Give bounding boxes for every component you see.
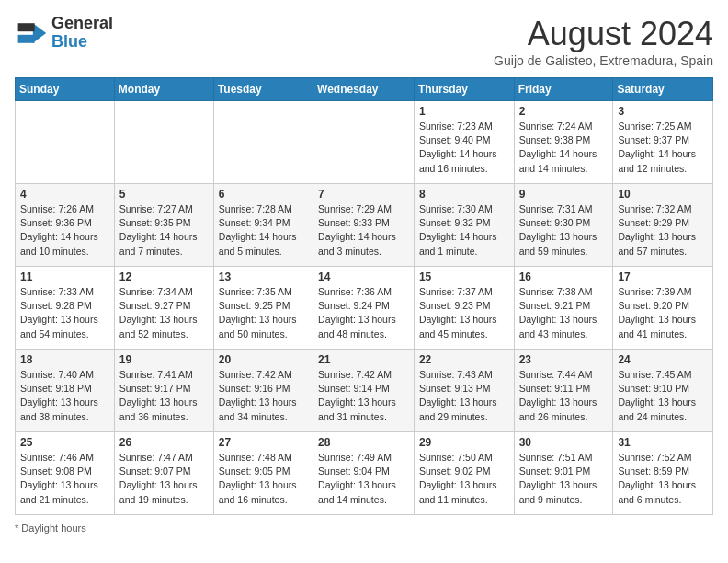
day-info: Sunrise: 7:33 AMSunset: 9:28 PMDaylight:… [20,285,109,341]
calendar-cell: 17Sunrise: 7:39 AMSunset: 9:20 PMDayligh… [613,267,713,350]
calendar-cell [213,101,313,184]
day-number: 28 [318,436,409,449]
day-number: 22 [419,353,509,366]
calendar-cell: 5Sunrise: 7:27 AMSunset: 9:35 PMDaylight… [114,184,213,267]
calendar-cell: 10Sunrise: 7:32 AMSunset: 9:29 PMDayligh… [613,184,713,267]
day-number: 8 [419,188,509,201]
day-header-wednesday: Wednesday [313,78,415,101]
day-number: 10 [618,188,708,201]
calendar-cell: 20Sunrise: 7:42 AMSunset: 9:16 PMDayligh… [213,350,313,432]
calendar-cell: 1Sunrise: 7:23 AMSunset: 9:40 PMDaylight… [414,101,514,184]
day-info: Sunrise: 7:24 AMSunset: 9:38 PMDaylight:… [519,120,609,176]
calendar-week-row: 11Sunrise: 7:33 AMSunset: 9:28 PMDayligh… [16,267,713,350]
calendar-cell: 31Sunrise: 7:52 AMSunset: 8:59 PMDayligh… [613,432,713,515]
day-number: 7 [318,188,409,201]
svg-rect-3 [18,35,35,43]
day-number: 3 [618,105,708,118]
day-header-tuesday: Tuesday [213,78,313,101]
logo-icon [15,17,48,50]
calendar-cell: 7Sunrise: 7:29 AMSunset: 9:33 PMDaylight… [313,184,415,267]
calendar-cell: 16Sunrise: 7:38 AMSunset: 9:21 PMDayligh… [514,267,613,350]
day-number: 5 [119,188,209,201]
calendar: SundayMondayTuesdayWednesdayThursdayFrid… [15,77,713,515]
day-number: 30 [519,436,609,449]
day-info: Sunrise: 7:36 AMSunset: 9:24 PMDaylight:… [318,285,409,341]
day-info: Sunrise: 7:27 AMSunset: 9:35 PMDaylight:… [119,202,209,259]
day-info: Sunrise: 7:42 AMSunset: 9:16 PMDaylight:… [219,368,308,424]
calendar-cell [16,101,115,184]
day-info: Sunrise: 7:40 AMSunset: 9:18 PMDaylight:… [20,368,109,424]
logo-text: GeneralBlue [51,15,113,52]
day-info: Sunrise: 7:39 AMSunset: 9:20 PMDaylight:… [618,285,708,341]
day-number: 31 [618,436,708,449]
day-number: 23 [519,353,609,366]
calendar-cell: 22Sunrise: 7:43 AMSunset: 9:13 PMDayligh… [414,350,514,432]
day-number: 25 [20,436,109,449]
day-info: Sunrise: 7:35 AMSunset: 9:25 PMDaylight:… [219,285,308,341]
calendar-week-row: 4Sunrise: 7:26 AMSunset: 9:36 PMDaylight… [16,184,713,267]
day-number: 24 [618,353,708,366]
location: Guijo de Galisteo, Extremadura, Spain [494,53,713,68]
calendar-cell: 21Sunrise: 7:42 AMSunset: 9:14 PMDayligh… [313,350,415,432]
day-info: Sunrise: 7:28 AMSunset: 9:34 PMDaylight:… [219,202,308,259]
day-info: Sunrise: 7:49 AMSunset: 9:04 PMDaylight:… [318,451,409,507]
day-number: 4 [20,188,109,201]
calendar-cell: 13Sunrise: 7:35 AMSunset: 9:25 PMDayligh… [213,267,313,350]
calendar-cell: 28Sunrise: 7:49 AMSunset: 9:04 PMDayligh… [313,432,415,515]
calendar-week-row: 18Sunrise: 7:40 AMSunset: 9:18 PMDayligh… [16,350,713,432]
calendar-cell: 9Sunrise: 7:31 AMSunset: 9:30 PMDaylight… [514,184,613,267]
calendar-week-row: 1Sunrise: 7:23 AMSunset: 9:40 PMDaylight… [16,101,713,184]
logo: GeneralBlue [15,15,113,52]
calendar-cell: 8Sunrise: 7:30 AMSunset: 9:32 PMDaylight… [414,184,514,267]
day-info: Sunrise: 7:25 AMSunset: 9:37 PMDaylight:… [618,120,708,176]
day-info: Sunrise: 7:29 AMSunset: 9:33 PMDaylight:… [318,202,409,259]
day-number: 27 [219,436,308,449]
day-info: Sunrise: 7:42 AMSunset: 9:14 PMDaylight:… [318,368,409,424]
day-number: 19 [119,353,209,366]
calendar-cell: 12Sunrise: 7:34 AMSunset: 9:27 PMDayligh… [114,267,213,350]
calendar-cell: 11Sunrise: 7:33 AMSunset: 9:28 PMDayligh… [16,267,115,350]
day-number: 12 [119,270,209,283]
calendar-cell: 30Sunrise: 7:51 AMSunset: 9:01 PMDayligh… [514,432,613,515]
day-number: 6 [219,188,308,201]
day-info: Sunrise: 7:51 AMSunset: 9:01 PMDaylight:… [519,451,609,507]
calendar-cell: 26Sunrise: 7:47 AMSunset: 9:07 PMDayligh… [114,432,213,515]
day-info: Sunrise: 7:47 AMSunset: 9:07 PMDaylight:… [119,451,209,507]
day-header-thursday: Thursday [414,78,514,101]
day-info: Sunrise: 7:46 AMSunset: 9:08 PMDaylight:… [20,451,109,507]
day-number: 15 [419,270,509,283]
day-info: Sunrise: 7:34 AMSunset: 9:27 PMDaylight:… [119,285,209,341]
day-info: Sunrise: 7:43 AMSunset: 9:13 PMDaylight:… [419,368,509,424]
day-number: 26 [119,436,209,449]
calendar-body: 1Sunrise: 7:23 AMSunset: 9:40 PMDaylight… [16,101,713,515]
calendar-cell: 3Sunrise: 7:25 AMSunset: 9:37 PMDaylight… [613,101,713,184]
calendar-cell: 6Sunrise: 7:28 AMSunset: 9:34 PMDaylight… [213,184,313,267]
calendar-cell: 29Sunrise: 7:50 AMSunset: 9:02 PMDayligh… [414,432,514,515]
day-info: Sunrise: 7:26 AMSunset: 9:36 PMDaylight:… [20,202,109,259]
day-info: Sunrise: 7:45 AMSunset: 9:10 PMDaylight:… [618,368,708,424]
calendar-cell: 25Sunrise: 7:46 AMSunset: 9:08 PMDayligh… [16,432,115,515]
footnote: * Daylight hours [15,523,713,534]
day-info: Sunrise: 7:37 AMSunset: 9:23 PMDaylight:… [419,285,509,341]
calendar-cell: 18Sunrise: 7:40 AMSunset: 9:18 PMDayligh… [16,350,115,432]
page-header: GeneralBlue August 2024 Guijo de Galiste… [15,15,713,68]
day-header-monday: Monday [114,78,213,101]
day-number: 9 [519,188,609,201]
svg-rect-2 [18,23,35,31]
calendar-header-row: SundayMondayTuesdayWednesdayThursdayFrid… [16,78,713,101]
day-number: 20 [219,353,308,366]
calendar-cell [313,101,415,184]
month-title: August 2024 [494,15,713,53]
calendar-cell: 27Sunrise: 7:48 AMSunset: 9:05 PMDayligh… [213,432,313,515]
day-info: Sunrise: 7:52 AMSunset: 8:59 PMDaylight:… [618,451,708,507]
day-header-saturday: Saturday [613,78,713,101]
day-number: 13 [219,270,308,283]
calendar-cell: 4Sunrise: 7:26 AMSunset: 9:36 PMDaylight… [16,184,115,267]
day-info: Sunrise: 7:30 AMSunset: 9:32 PMDaylight:… [419,202,509,259]
day-info: Sunrise: 7:41 AMSunset: 9:17 PMDaylight:… [119,368,209,424]
title-block: August 2024 Guijo de Galisteo, Extremadu… [494,15,713,68]
calendar-cell: 2Sunrise: 7:24 AMSunset: 9:38 PMDaylight… [514,101,613,184]
day-info: Sunrise: 7:23 AMSunset: 9:40 PMDaylight:… [419,120,509,176]
day-header-friday: Friday [514,78,613,101]
day-info: Sunrise: 7:44 AMSunset: 9:11 PMDaylight:… [519,368,609,424]
